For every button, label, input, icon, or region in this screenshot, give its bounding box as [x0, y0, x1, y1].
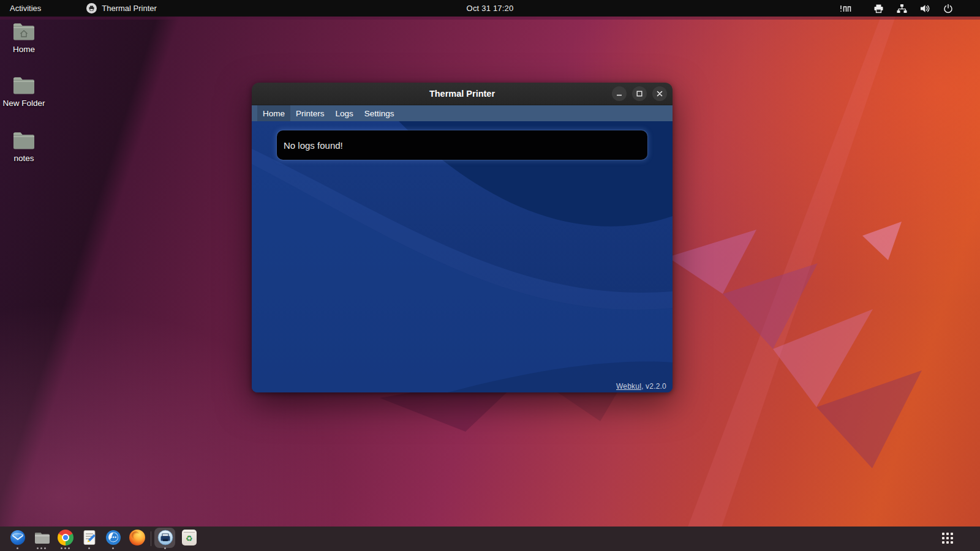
window-nav-bar: Home Printers Logs Settings [252, 105, 673, 121]
recycle-glyph: ♻ [186, 534, 193, 542]
focused-app-menu[interactable]: Thermal Printer [86, 0, 157, 17]
running-indicator [37, 547, 46, 549]
window-content: No logs found! Webkul, v2.2.0 [252, 121, 673, 392]
folder-icon [12, 131, 36, 150]
dock-item-chat[interactable] [101, 527, 125, 551]
thunderbird-icon [10, 530, 26, 545]
tab-home[interactable]: Home [257, 105, 290, 121]
volume-icon[interactable] [920, 0, 930, 17]
wired-network-icon[interactable] [897, 0, 907, 17]
notification-indicator-icon[interactable] [840, 0, 852, 17]
window-titlebar[interactable]: Thermal Printer [252, 83, 673, 105]
show-applications-button[interactable] [942, 533, 954, 545]
tab-home-label: Home [263, 109, 285, 118]
tab-logs-label: Logs [336, 109, 353, 118]
window-footer: Webkul, v2.2.0 [616, 382, 666, 391]
folder-icon [12, 76, 36, 95]
thermal-printer-window: Thermal Printer Home Printers Logs Setti… [252, 83, 673, 392]
close-button[interactable] [652, 86, 667, 101]
chat-icon [105, 530, 121, 545]
firefox-icon [129, 530, 145, 545]
tab-printers-label: Printers [296, 109, 325, 118]
tab-printers[interactable]: Printers [290, 105, 330, 121]
desktop-icon-home[interactable]: Home [1, 22, 47, 54]
dock-item-trash[interactable]: ♻ [177, 527, 201, 551]
top-panel: Activities Thermal Printer Oct 31 17:20 [0, 0, 980, 17]
dock-separator [151, 531, 151, 546]
tab-logs[interactable]: Logs [330, 105, 359, 121]
desktop-icon-label: New Folder [2, 98, 45, 108]
version-text: , v2.2.0 [641, 382, 666, 391]
activities-button[interactable]: Activities [0, 0, 51, 17]
dock-item-text-editor[interactable] [77, 527, 101, 551]
trash-icon: ♻ [181, 530, 197, 545]
thermal-printer-app-icon [86, 3, 97, 13]
minimize-button[interactable] [612, 86, 627, 101]
running-indicator [61, 547, 70, 549]
focused-app-name: Thermal Printer [102, 4, 157, 13]
files-icon [34, 530, 50, 545]
no-logs-message: No logs found! [284, 140, 343, 151]
power-icon[interactable] [943, 0, 953, 17]
thermal-printer-dock-icon [157, 530, 173, 545]
webkul-link[interactable]: Webkul [616, 382, 641, 391]
desktop-icon-notes[interactable]: notes [1, 131, 47, 163]
running-indicator [112, 547, 114, 549]
home-folder-icon [12, 22, 36, 41]
running-indicator [88, 547, 90, 549]
dock-item-firefox[interactable] [125, 527, 149, 551]
desktop-icon-label: Home [13, 44, 35, 54]
dock-item-files[interactable] [29, 527, 53, 551]
text-editor-icon [81, 530, 97, 545]
tab-settings[interactable]: Settings [359, 105, 400, 121]
activities-label: Activities [10, 4, 41, 13]
maximize-button[interactable] [632, 86, 647, 101]
running-indicator [17, 547, 18, 549]
chrome-icon [58, 530, 74, 545]
content-background-waves [252, 121, 673, 392]
dock: ♻ [0, 527, 980, 551]
tab-settings-label: Settings [364, 109, 394, 118]
dock-item-thunderbird[interactable] [6, 527, 29, 551]
dock-item-chrome[interactable] [53, 527, 77, 551]
printer-tray-icon[interactable] [873, 0, 884, 17]
desktop-icon-new-folder[interactable]: New Folder [1, 76, 47, 108]
dock-item-thermal-printer[interactable] [153, 527, 177, 551]
no-logs-message-box: No logs found! [277, 130, 647, 160]
desktop-icon-label: notes [13, 153, 34, 163]
window-title: Thermal Printer [429, 89, 495, 99]
clock[interactable]: Oct 31 17:20 [467, 4, 514, 13]
